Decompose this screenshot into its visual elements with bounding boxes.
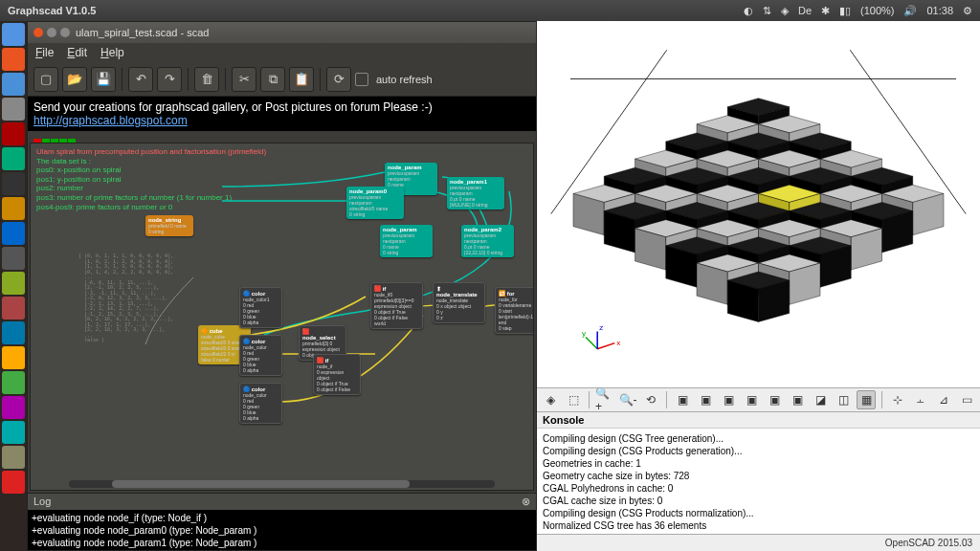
- launcher-app-0[interactable]: [2, 23, 25, 46]
- launcher-app-15[interactable]: [2, 396, 25, 419]
- 3d-viewport[interactable]: x y z: [537, 21, 980, 387]
- sysbar-title: Graphscad V1.0.5: [8, 5, 744, 16]
- openscad-panel: x y z ◈ ⬚ 🔍+ 🔍- ⟲ ▣ ▣ ▣ ▣ ▣ ▣ ◪ ◫ ▦ ⊹: [537, 21, 980, 551]
- volume-icon[interactable]: 🔊: [903, 5, 917, 17]
- node-if-1[interactable]: 🟥 ifnode_if0 expression object0 object i…: [313, 354, 361, 395]
- auto-refresh-checkbox[interactable]: [355, 73, 368, 86]
- undo-button[interactable]: ↶: [128, 67, 153, 92]
- node-param2[interactable]: node_param2previousparam nextparam0.pt 0…: [461, 225, 514, 257]
- maximize-icon[interactable]: [60, 28, 70, 37]
- svg-text:z: z: [599, 323, 603, 332]
- launcher-app-11[interactable]: [2, 297, 25, 320]
- ortho-button[interactable]: ▭: [957, 390, 976, 409]
- edges-button[interactable]: ⊿: [934, 390, 953, 409]
- view-bottom-button[interactable]: ▣: [719, 390, 738, 409]
- battery-pct: (100%): [860, 5, 894, 16]
- statusbar: OpenSCAD 2015.03: [537, 534, 980, 551]
- system-tray: ◐ ⇅ ◈ De ✱ ▮▯ (100%) 🔊 01:38 ⚙: [744, 5, 972, 17]
- menu-help[interactable]: Help: [100, 46, 124, 59]
- launcher-app-8[interactable]: [2, 222, 25, 245]
- launcher-app-6[interactable]: [2, 172, 25, 195]
- konsole-body[interactable]: Compiling design (CSG Tree generation)..…: [537, 429, 980, 534]
- auto-refresh-label: auto refresh: [376, 74, 433, 85]
- log-title: Log: [33, 496, 51, 508]
- launcher-app-12[interactable]: [2, 321, 25, 344]
- launcher-app-13[interactable]: [2, 346, 25, 369]
- indicator-icon[interactable]: ◐: [744, 5, 753, 17]
- network-icon[interactable]: ⇅: [763, 5, 771, 17]
- settings-icon[interactable]: ⚙: [963, 5, 972, 17]
- node-color2[interactable]: 🔵 colornode_color0 red0 green0 blue0 alp…: [239, 335, 282, 376]
- delete-button[interactable]: 🗑: [194, 67, 219, 92]
- copy-button[interactable]: ⧉: [260, 67, 285, 92]
- menu-edit[interactable]: Edit: [67, 46, 87, 59]
- open-button[interactable]: 📂: [62, 67, 87, 92]
- bluetooth-icon[interactable]: ✱: [821, 5, 830, 17]
- view-right-button[interactable]: ▣: [673, 390, 692, 409]
- canvas-info: Ulam spiral from precomputed position an…: [36, 147, 266, 211]
- graphscad-window: ulam_spiral_test.scad - scad File Edit H…: [27, 21, 537, 551]
- node-string[interactable]: node_stringprimefield 0 name0 string: [145, 215, 193, 236]
- version-label: OpenSCAD 2015.03: [885, 538, 972, 548]
- node-for[interactable]: 🔁 fornode_for0 variablename0 startlen(pr…: [495, 287, 534, 334]
- clock[interactable]: 01:38: [926, 5, 953, 16]
- perspective-button[interactable]: ▦: [857, 390, 876, 409]
- launcher-app-4[interactable]: [2, 122, 25, 145]
- minimize-icon[interactable]: [47, 28, 56, 37]
- zoom-in-button[interactable]: 🔍+: [595, 390, 614, 409]
- lang-indicator[interactable]: De: [798, 5, 812, 16]
- refresh-button[interactable]: ⟳: [326, 67, 351, 92]
- view-center-button[interactable]: ◫: [834, 390, 853, 409]
- launcher-app-14[interactable]: [2, 371, 25, 394]
- launcher-app-17[interactable]: [2, 446, 25, 469]
- launcher-app-5[interactable]: [2, 147, 25, 170]
- canvas-scrollbar[interactable]: [69, 480, 495, 488]
- node-if-2[interactable]: 🟥 ifnode_if0primefield[0][3]==0 expressi…: [370, 282, 423, 329]
- zoom-out-button[interactable]: 🔍-: [618, 390, 637, 409]
- window-title: ulam_spiral_test.scad - scad: [76, 27, 209, 38]
- launcher-app-7[interactable]: [2, 197, 25, 220]
- view-diagonal-button[interactable]: ◪: [811, 390, 830, 409]
- graphscad-titlebar[interactable]: ulam_spiral_test.scad - scad: [28, 22, 536, 43]
- view-back-button[interactable]: ▣: [788, 390, 807, 409]
- new-button[interactable]: ▢: [33, 67, 58, 92]
- svg-line-111: [597, 343, 614, 349]
- node-param1[interactable]: node_param1previousparam nextparam0.pt 0…: [447, 177, 504, 209]
- redo-button[interactable]: ↷: [157, 67, 182, 92]
- launcher-app-2[interactable]: [2, 73, 25, 96]
- render-button[interactable]: ⬚: [564, 390, 583, 409]
- konsole-title: Konsole: [537, 412, 980, 429]
- node-color3[interactable]: 🔵 colornode_color0 red0 green0 blue0 alp…: [239, 383, 282, 424]
- wifi-icon[interactable]: ◈: [781, 5, 789, 17]
- reset-view-button[interactable]: ⟲: [641, 390, 660, 409]
- paste-button[interactable]: 📋: [289, 67, 314, 92]
- graphscad-toolbar: ▢ 📂 💾 ↶ ↷ 🗑 ✂ ⧉ 📋 ⟳ auto refresh: [28, 62, 536, 97]
- launcher-app-16[interactable]: [2, 421, 25, 444]
- close-icon[interactable]: [33, 28, 43, 37]
- launcher-app-18[interactable]: [2, 471, 25, 494]
- launcher-app-3[interactable]: [2, 98, 25, 121]
- node-param0[interactable]: node_param0previousparam nextparamsizeof…: [346, 187, 404, 219]
- preview-button[interactable]: ◈: [541, 390, 560, 409]
- launcher-app-9[interactable]: [2, 247, 25, 270]
- log-panel: Log ⊗ +evaluating node node_if (type: No…: [28, 493, 536, 550]
- node-color1[interactable]: 🔵 colornode_color10 red0 green0 blue0 al…: [239, 287, 282, 328]
- view-front-button[interactable]: ▣: [765, 390, 784, 409]
- data-array: [ [0, 0, 1, 1, 1, 0, 0, 0, 0, 0], [1, 0,…: [78, 253, 173, 343]
- scale-button[interactable]: ⫠: [911, 390, 930, 409]
- node-param3[interactable]: node_parampreviousparam nextparam0 name0…: [380, 225, 433, 257]
- banner-link[interactable]: http://graphscad.blogspot.com: [33, 114, 188, 127]
- menu-file[interactable]: File: [35, 46, 54, 59]
- cut-button[interactable]: ✂: [232, 67, 256, 92]
- battery-icon[interactable]: ▮▯: [839, 5, 851, 17]
- axes-button[interactable]: ⊹: [888, 390, 907, 409]
- view-top-button[interactable]: ▣: [696, 390, 715, 409]
- launcher-app-1[interactable]: [2, 48, 25, 71]
- node-translate[interactable]: ⬆ node_translatenode_translate0 x object…: [433, 282, 485, 323]
- log-body[interactable]: +evaluating node node_if (type: Node_if …: [28, 510, 536, 550]
- log-close-icon[interactable]: ⊗: [522, 496, 530, 508]
- view-left-button[interactable]: ▣: [742, 390, 761, 409]
- save-button[interactable]: 💾: [91, 67, 116, 92]
- launcher-app-10[interactable]: [2, 272, 25, 295]
- node-canvas[interactable]: Ulam spiral from precomputed position an…: [30, 143, 534, 491]
